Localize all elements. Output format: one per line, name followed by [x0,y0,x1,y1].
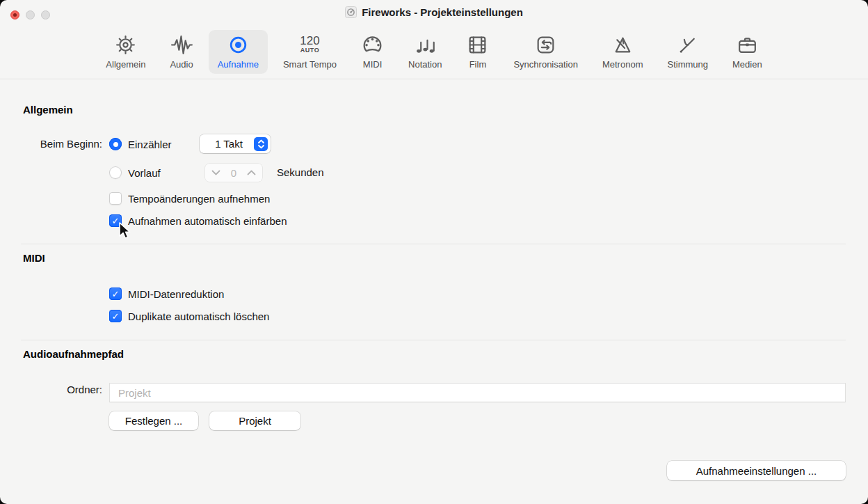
tempoaenderungen-label: Tempoänderungen aufnehmen [128,193,270,205]
sekunden-label: Sekunden [277,166,324,178]
aufnahmeeinstellungen-button[interactable]: Aufnahmeeinstellungen ... [667,461,846,480]
window-title: Fireworks - Projekteinstellungen [362,6,523,18]
tab-label: Stimmung [667,59,708,70]
section-title-midi: MIDI [23,252,45,264]
vorlauf-stepper-value: 0 [231,167,236,179]
tab-label: Notation [408,59,442,70]
section-divider [21,340,846,340]
einzaehler-label: Einzähler [128,139,172,150]
tab-label: Metronom [602,59,643,70]
sync-arrows-icon [534,31,557,58]
document-proxy-icon [345,6,357,18]
tab-label: Allgemein [106,59,145,70]
music-notes-icon [414,31,437,58]
midi-connector-icon [361,31,384,58]
einzaehler-radio[interactable] [109,138,122,150]
midi-datenreduktion-checkbox[interactable]: ✓ [109,288,122,300]
stepper-down-icon[interactable] [211,170,220,175]
tab-metronom[interactable]: Metronom [593,30,652,74]
einfaerben-label: Aufnahmen automatisch einfärben [128,215,287,227]
beim-beginn-label: Beim Beginn: [23,138,102,150]
film-strip-icon [466,31,489,58]
tab-label: Medien [732,59,762,70]
tab-midi[interactable]: MIDI [352,30,393,74]
vorlauf-stepper[interactable]: 0 [205,164,262,182]
briefcase-icon [736,31,759,58]
tab-film[interactable]: Film [457,30,498,74]
tab-label: MIDI [363,59,382,70]
tab-label: Film [469,59,487,70]
metronome-icon [611,31,634,58]
einfaerben-checkbox[interactable]: ✓ [109,214,122,227]
festlegen-button[interactable]: Festlegen ... [109,411,198,430]
smart-tempo-auto: AUTO [300,47,319,54]
check-icon: ✓ [112,216,120,226]
gear-icon [114,31,137,58]
duplikate-label: Duplikate automatisch löschen [128,310,269,322]
section-title-audioaufnahmepfad: Audioaufnahmepfad [23,348,124,360]
stepper-up-icon[interactable] [247,170,256,175]
vorlauf-label: Vorlauf [128,167,161,179]
title-bar[interactable]: Fireworks - Projekteinstellungen [0,0,868,24]
tab-stimmung[interactable]: Stimmung [658,30,717,74]
section-title-allgemein: Allgemein [23,104,73,116]
takt-popup-value: 1 Takt [200,138,254,150]
smart-tempo-icon: 120 AUTO [300,31,319,58]
section-divider [21,244,846,244]
check-icon: ✓ [112,290,120,299]
ordner-label: Ordner: [23,384,102,395]
smart-tempo-bpm: 120 [300,36,319,47]
tab-aufnahme[interactable]: Aufnahme [209,30,268,74]
vorlauf-radio[interactable] [109,166,122,179]
tab-label: Audio [170,59,193,70]
takt-popup-button[interactable]: 1 Takt [200,134,271,153]
tab-allgemein[interactable]: Allgemein [97,30,154,74]
tab-label: Smart Tempo [283,59,337,70]
tab-synchronisation[interactable]: Synchronisation [504,30,587,74]
record-icon [227,31,250,58]
tab-notation[interactable]: Notation [399,30,451,74]
check-icon: ✓ [112,312,120,321]
duplikate-checkbox[interactable]: ✓ [109,310,122,322]
tab-smart-tempo[interactable]: 120 AUTO Smart Tempo [274,30,346,74]
midi-datenreduktion-label: MIDI-Datenreduktion [128,288,224,300]
project-settings-window: Fireworks - Projekteinstellungen Allgeme… [0,0,868,504]
tab-audio[interactable]: Audio [161,30,202,74]
tab-label: Aufnahme [218,59,259,70]
tempoaenderungen-checkbox[interactable] [109,192,122,205]
settings-toolbar: Allgemein Audio Aufnahme 120 AUTO Smart … [0,24,868,79]
waveform-icon [170,31,193,58]
tab-label: Synchronisation [513,59,578,70]
settings-content: Allgemein Beim Beginn: Einzähler 1 Takt … [0,79,868,504]
tuning-fork-icon [676,31,699,58]
projekt-button[interactable]: Projekt [209,411,300,430]
popup-chevrons-icon [254,137,268,151]
ordner-path-input[interactable] [109,383,846,402]
tab-medien[interactable]: Medien [723,30,771,74]
